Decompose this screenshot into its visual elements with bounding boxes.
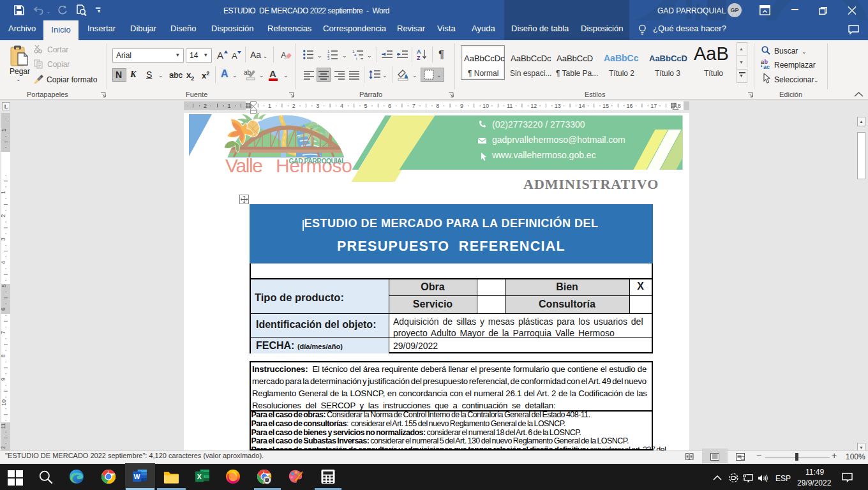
svg-text:16: 16	[627, 103, 633, 109]
svg-text:11:49: 11:49	[805, 468, 824, 477]
svg-text:Valle: Valle	[225, 155, 263, 176]
svg-text:GAD PARROQUIAL: GAD PARROQUIAL	[289, 157, 347, 165]
svg-text:gadprvallehermoso@hotmail.com: gadprvallehermoso@hotmail.com	[492, 135, 625, 145]
svg-text:9: 9	[460, 103, 463, 109]
svg-text:15: 15	[602, 103, 609, 109]
svg-text:13: 13	[555, 103, 561, 109]
svg-text:1: 1	[1, 128, 7, 131]
svg-text:29/9/2022: 29/9/2022	[797, 479, 832, 487]
svg-text:10: 10	[483, 103, 489, 109]
svg-text:5: 5	[364, 103, 367, 109]
svg-text:www.vallehermoso.gob.ec: www.vallehermoso.gob.ec	[491, 150, 596, 160]
svg-text:6: 6	[388, 103, 391, 109]
svg-text:1: 1	[1, 191, 7, 194]
svg-text:17: 17	[650, 103, 657, 109]
svg-text:9: 9	[1, 378, 7, 381]
svg-text:A: A	[417, 48, 421, 55]
svg-text:ESP: ESP	[775, 474, 791, 483]
svg-text:11: 11	[1, 423, 7, 429]
svg-text:4: 4	[1, 261, 7, 264]
svg-text:W: W	[133, 473, 140, 480]
svg-text:7: 7	[1, 331, 7, 334]
svg-text:14: 14	[578, 103, 585, 109]
svg-text:4: 4	[340, 103, 343, 109]
svg-text:2: 2	[1, 214, 7, 218]
svg-text:2: 2	[292, 103, 296, 109]
svg-text:3: 3	[327, 57, 330, 60]
svg-text:12: 12	[530, 103, 537, 109]
svg-text:1: 1	[227, 103, 230, 109]
svg-text:2: 2	[204, 103, 207, 109]
svg-text:3: 3	[1, 237, 7, 241]
svg-text:6: 6	[1, 308, 7, 311]
svg-text:X: X	[197, 473, 202, 480]
svg-text:10: 10	[1, 399, 7, 406]
svg-text:ac: ac	[763, 64, 770, 69]
svg-text:11: 11	[507, 103, 513, 109]
svg-text:5: 5	[1, 284, 7, 287]
svg-text:(02)2773220 / 2773300: (02)2773220 / 2773300	[492, 119, 585, 130]
svg-text:8: 8	[1, 354, 7, 357]
svg-text:Z: Z	[417, 55, 421, 61]
svg-text:8: 8	[436, 103, 439, 109]
svg-text:i: i	[356, 57, 357, 61]
svg-text:12: 12	[1, 446, 7, 449]
svg-text:3: 3	[316, 103, 319, 109]
svg-text:7: 7	[412, 103, 415, 109]
svg-text:1: 1	[268, 103, 271, 109]
